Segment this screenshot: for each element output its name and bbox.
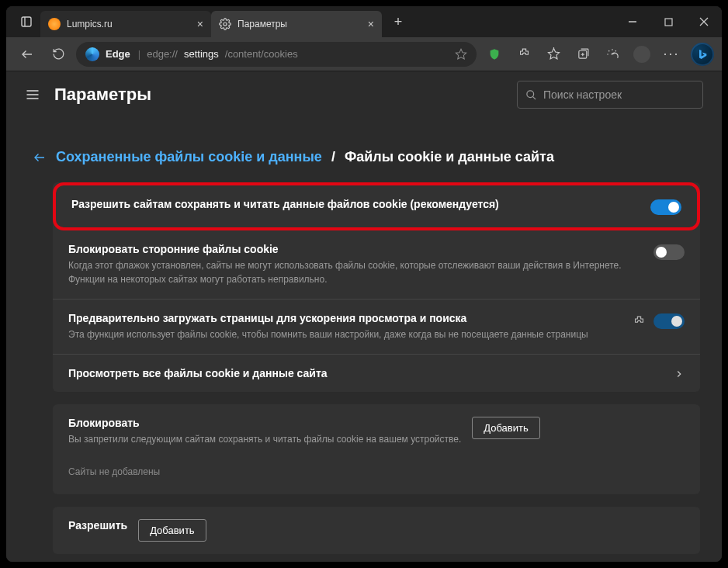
edge-icon [85,47,99,61]
minimize-button[interactable] [615,6,650,37]
setting-title: Блокировать сторонние файлы cookie [68,243,643,255]
performance-icon[interactable] [599,41,626,68]
allow-cookies-toggle[interactable] [650,199,681,215]
add-blocked-site-button[interactable]: Добавить [472,417,539,439]
profile-avatar[interactable] [629,41,655,68]
extensions-icon[interactable] [511,41,537,68]
breadcrumb-current: Файлы cookie и данные сайта [345,149,554,165]
svg-point-2 [224,23,227,26]
setting-desc: Когда этот флажок установлен, сайты не м… [68,258,643,286]
back-button[interactable] [14,41,40,68]
view-all-cookies-row[interactable]: Просмотреть все файлы cookie и данные са… [53,355,700,392]
bing-button[interactable] [691,43,714,66]
svg-rect-0 [22,17,31,26]
settings-header: Параметры Поиск настроек [6,71,722,118]
chevron-right-icon [674,369,685,379]
maximize-button[interactable] [650,6,686,37]
add-allowed-site-button[interactable]: Добавить [138,519,206,542]
extension-icon[interactable] [633,315,646,328]
search-settings-input[interactable]: Поиск настроек [517,81,703,109]
favicon-icon [48,18,61,30]
preload-toggle[interactable] [653,313,685,329]
close-tab-icon[interactable]: × [197,18,203,30]
favorite-icon[interactable] [455,48,467,61]
tab-settings[interactable]: Параметры × [211,11,382,37]
block-thirdparty-toggle[interactable] [653,244,685,260]
favorites-icon[interactable] [540,41,567,68]
tab-label: Lumpics.ru [67,19,113,29]
address-bar[interactable]: Edge | edge://settings/content/cookies [76,42,477,67]
setting-desc: Эта функция использует файлы cookie, что… [68,327,622,341]
cookie-settings-card: Разрешить сайтам сохранять и читать данн… [53,182,700,392]
tab-lumpics[interactable]: Lumpics.ru × [40,11,211,37]
svg-rect-4 [665,19,672,26]
url-scheme: edge:// [147,48,178,60]
section-title: Блокировать [68,417,461,429]
svg-marker-9 [548,48,559,58]
svg-line-18 [532,96,536,99]
allow-sites-card: Разрешить Добавить [53,507,700,554]
search-icon [525,89,537,101]
breadcrumb: Сохраненные файлы cookie и данные / Файл… [33,127,700,182]
search-placeholder: Поиск настроек [543,88,622,101]
blocked-sites-empty: Сайты не добавлены [53,452,700,494]
gear-icon [219,18,231,30]
setting-title: Разрешить сайтам сохранять и читать данн… [71,198,640,210]
shield-icon[interactable] [481,41,508,68]
section-desc: Вы запретили следующим сайтам сохранять … [68,434,461,445]
toolbar: Edge | edge://settings/content/cookies [6,37,722,71]
refresh-button[interactable] [45,41,71,68]
close-window-button[interactable] [686,6,722,37]
block-sites-card: Блокировать Вы запретили следующим сайта… [53,404,700,494]
url-path: /content/cookies [225,48,298,60]
allow-cookies-row: Разрешить сайтам сохранять и читать данн… [53,182,700,230]
collections-icon[interactable] [570,41,596,68]
edge-label: Edge [106,48,130,60]
setting-title: Предварительно загружать страницы для ус… [68,312,622,324]
more-button[interactable]: ··· [658,41,685,68]
titlebar: Lumpics.ru × Параметры × + [6,6,722,37]
page-title: Параметры [54,85,151,105]
url-host: settings [184,48,219,60]
block-thirdparty-row: Блокировать сторонние файлы cookie Когда… [53,230,700,300]
new-tab-button[interactable]: + [387,14,410,30]
breadcrumb-link[interactable]: Сохраненные файлы cookie и данные [56,149,322,165]
setting-title: Просмотреть все файлы cookie и данные са… [68,367,663,379]
preload-row: Предварительно загружать страницы для ус… [53,300,700,355]
menu-icon[interactable] [25,87,40,102]
svg-marker-8 [456,49,466,59]
close-tab-icon[interactable]: × [368,18,374,30]
svg-point-17 [527,90,534,97]
tab-label: Параметры [237,19,287,29]
tab-actions-button[interactable] [12,6,40,37]
section-title: Разрешить [68,519,127,532]
breadcrumb-back-button[interactable] [33,151,47,165]
